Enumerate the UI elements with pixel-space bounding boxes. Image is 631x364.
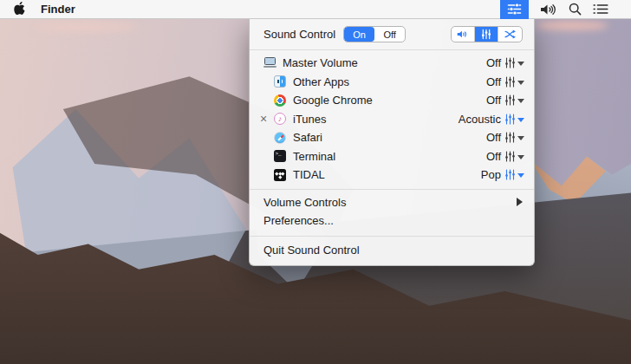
menu-item-label: Preferences...: [263, 214, 334, 227]
menu-item-quit[interactable]: Quit Sound Control: [250, 241, 534, 260]
app-label: TIDAL: [293, 168, 325, 181]
panel-title: Sound Control: [263, 28, 335, 41]
preset-dropdown[interactable]: Off: [486, 75, 524, 88]
chevron-down-icon: [517, 81, 524, 85]
menu-bar-status-icons: [500, 0, 631, 19]
app-label: iTunes: [293, 113, 327, 126]
preset-dropdown[interactable]: Off: [486, 131, 524, 144]
sliders-icon: [504, 94, 516, 106]
app-row-tidal[interactable]: TIDAL Pop: [250, 166, 534, 185]
safari-icon: [273, 131, 287, 145]
active-app-menu[interactable]: Finder: [41, 3, 75, 16]
app-row-master-volume[interactable]: Master Volume Off: [250, 54, 534, 73]
preset-value: Acoustic: [459, 113, 501, 126]
apple-menu[interactable]: [0, 0, 41, 19]
power-toggle: On Off: [343, 26, 406, 42]
terminal-icon: >_: [273, 149, 287, 163]
volume-mode-button[interactable]: [452, 27, 475, 42]
sliders-icon: [481, 29, 491, 40]
spotlight-menu-extra[interactable]: [569, 0, 582, 19]
preset-dropdown[interactable]: Pop: [481, 168, 524, 181]
sliders-icon: [504, 151, 516, 162]
menu-item-preferences[interactable]: Preferences...: [250, 211, 534, 231]
preset-dropdown[interactable]: Off: [486, 150, 524, 163]
preset-dropdown[interactable]: Off: [486, 56, 524, 69]
app-row-google-chrome[interactable]: Google Chrome Off: [250, 91, 534, 110]
chevron-down-icon: [517, 155, 524, 159]
notification-center-menu-extra[interactable]: [593, 0, 608, 19]
menu-item-volume-controls[interactable]: Volume Controls: [250, 193, 534, 212]
itunes-icon: ♪: [273, 112, 287, 126]
preset-value: Off: [486, 56, 501, 69]
chrome-icon: [273, 94, 287, 107]
speaker-icon: [457, 29, 469, 39]
equalizer-mode-button[interactable]: [475, 27, 498, 42]
route-mode-button[interactable]: [498, 27, 522, 42]
app-label: Google Chrome: [293, 94, 373, 107]
chevron-down-icon: [517, 99, 524, 103]
app-row-safari[interactable]: Safari Off: [250, 128, 534, 147]
sliders-icon: [504, 57, 516, 68]
sliders-icon: [504, 76, 516, 88]
app-label: Terminal: [293, 150, 335, 163]
equalizer-icon: [507, 3, 522, 16]
submenu-arrow-icon: [517, 198, 523, 206]
preset-value: Pop: [481, 168, 501, 181]
list-icon: [593, 3, 608, 15]
tidal-icon: [273, 168, 287, 182]
panel-header: Sound Control On Off: [250, 19, 534, 49]
output-mode-switcher: [451, 26, 523, 42]
power-on-button[interactable]: On: [344, 27, 374, 42]
volume-menu-extra[interactable]: [540, 0, 557, 19]
display-icon: [263, 56, 276, 70]
app-row-itunes[interactable]: × ♪ iTunes Acoustic: [250, 110, 534, 129]
preset-dropdown[interactable]: Acoustic: [459, 113, 524, 126]
app-row-other-apps[interactable]: Other Apps Off: [250, 73, 534, 92]
power-off-button[interactable]: Off: [374, 27, 405, 42]
chevron-down-icon: [517, 173, 524, 178]
app-row-terminal[interactable]: >_ Terminal Off: [250, 147, 534, 166]
preset-value: Off: [486, 150, 501, 163]
remove-app-button[interactable]: ×: [260, 113, 273, 125]
sliders-icon: [504, 169, 516, 180]
speaker-icon: [540, 3, 557, 16]
search-icon: [569, 3, 582, 16]
app-label: Other Apps: [293, 75, 349, 88]
app-label: Safari: [293, 131, 322, 144]
finder-icon: [273, 75, 287, 88]
panel-quit-section: Quit Sound Control: [250, 237, 534, 266]
panel-menu-section: Volume Controls Preferences...: [250, 190, 534, 236]
wallpaper-cloud: [536, 21, 608, 30]
chevron-down-icon: [517, 136, 524, 140]
shuffle-icon: [504, 29, 516, 39]
sound-control-panel: Sound Control On Off: [249, 19, 535, 266]
preset-dropdown[interactable]: Off: [486, 94, 524, 107]
menu-item-label: Quit Sound Control: [263, 244, 360, 257]
app-volume-list: Master Volume Off Other Apps Off: [250, 50, 534, 189]
menu-item-label: Volume Controls: [263, 196, 346, 209]
preset-value: Off: [486, 75, 501, 88]
menu-bar: Finder: [0, 0, 631, 19]
sound-control-menu-extra[interactable]: [500, 0, 529, 19]
app-label: Master Volume: [283, 56, 358, 69]
preset-value: Off: [486, 131, 501, 144]
sliders-icon: [504, 114, 516, 125]
preset-value: Off: [486, 94, 501, 107]
chevron-down-icon: [517, 62, 524, 66]
apple-logo-icon: [14, 2, 25, 17]
chevron-down-icon: [517, 118, 524, 122]
sliders-icon: [504, 132, 516, 143]
